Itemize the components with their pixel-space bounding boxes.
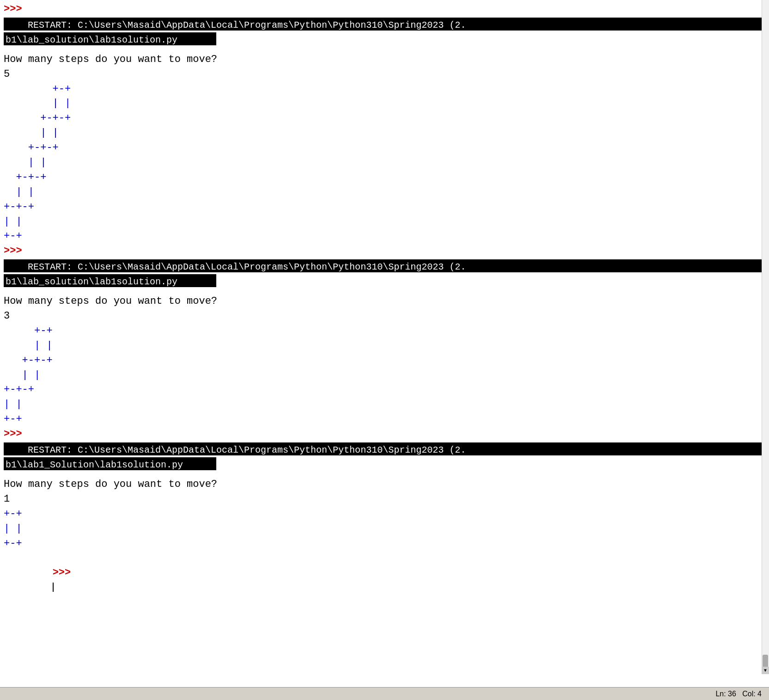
redacted-bar-2-short: b1\lab_solution\lab1solution.py [4,274,216,287]
redacted-bar-3-full: RESTART: C:\Users\Masaid\AppData\Local\P… [4,442,765,455]
section-2-art-6: | | [4,397,765,412]
final-prompt-line: >>> [4,551,765,610]
section-1-art-5: +-+-+ [4,141,765,155]
section-1-art-11: +-+ [4,229,765,244]
section-3-art-3: +-+ [4,536,765,551]
section-1-art-9: +-+-+ [4,200,765,215]
section-1-answer: 5 [4,67,765,82]
section-1-art-1: +-+ [4,82,765,97]
section-2-art-1: +-+ [4,324,765,338]
redacted-bar-1-full: RESTART: C:\Users\Masaid\AppData\Local\P… [4,18,765,31]
section-2: RESTART: C:\Users\Masaid\AppData\Local\P… [4,259,765,442]
section-initial-prompt: >>> [4,2,765,17]
status-ln-col: Ln: 36 Col: 4 [715,690,762,698]
section-3-art-1: +-+ [4,507,765,522]
section-3: RESTART: C:\Users\Masaid\AppData\Local\P… [4,442,765,610]
final-prompt: >>> [53,567,71,578]
section-2-art-7: +-+ [4,412,765,427]
section-3-question: How many steps do you want to move? [4,477,765,492]
terminal-cursor [53,583,54,592]
section-1: RESTART: C:\Users\Masaid\AppData\Local\P… [4,18,765,258]
section-2-answer: 3 [4,309,765,324]
section-1-question: How many steps do you want to move? [4,52,765,67]
section-1-end-prompt: >>> [4,244,765,258]
section-2-art-5: +-+-+ [4,382,765,397]
scrollbar[interactable]: ▼ [762,0,769,674]
terminal-container: >>> RESTART: C:\Users\Masaid\AppData\Loc… [0,0,769,687]
section-1-art-10: | | [4,215,765,229]
section-2-art-2: | | [4,338,765,353]
section-2-art-4: | | [4,368,765,383]
section-1-art-7: +-+-+ [4,170,765,185]
redacted-bar-2-full: RESTART: C:\Users\Masaid\AppData\Local\P… [4,259,765,272]
section-3-art-2: | | [4,522,765,536]
section-1-art-8: | | [4,185,765,200]
col-number: Col: 4 [742,690,762,698]
initial-prompt: >>> [4,2,765,17]
section-1-art-3: +-+-+ [4,111,765,126]
section-3-answer: 1 [4,492,765,507]
section-2-question: How many steps do you want to move? [4,294,765,309]
section-2-art-3: +-+-+ [4,353,765,368]
section-2-end-prompt: >>> [4,427,765,442]
scroll-down-arrow[interactable]: ▼ [762,667,769,674]
redacted-bar-3-short: b1\lab1_Solution\lab1solution.py [4,457,216,470]
section-1-art-4: | | [4,126,765,141]
status-bar: Ln: 36 Col: 4 [0,687,769,700]
terminal-content: >>> RESTART: C:\Users\Masaid\AppData\Loc… [0,0,769,613]
section-1-art-6: | | [4,155,765,170]
line-number: Ln: 36 [715,690,736,698]
section-1-art-2: | | [4,96,765,111]
redacted-bar-1-short: b1\lab_solution\lab1solution.py [4,32,216,45]
